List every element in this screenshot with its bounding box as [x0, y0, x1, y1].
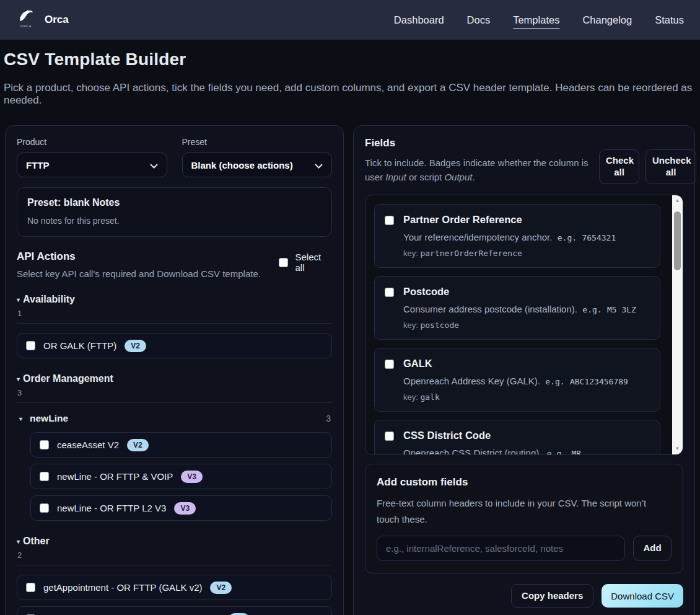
- caret-down-icon: ▾: [17, 296, 20, 303]
- select-all-checkbox[interactable]: [279, 258, 288, 267]
- subgroup-newline-count: 3: [326, 414, 331, 423]
- logo-caption: ORCA: [20, 24, 32, 28]
- action-label: newLine - OR FTTP L2 V3: [57, 503, 166, 513]
- action-checkbox[interactable]: [40, 440, 49, 449]
- group-availability-name: Availability: [23, 294, 75, 305]
- action-ceaseasset-v2[interactable]: ceaseAsset V2 V2: [30, 432, 332, 458]
- navbar: ORCA Orca Dashboard Docs Templates Chang…: [0, 0, 700, 40]
- nav-item-templates[interactable]: Templates: [513, 14, 559, 26]
- action-checkbox[interactable]: [26, 341, 35, 350]
- action-or-galk-fttp[interactable]: OR GALK (FTTP) V2: [17, 333, 332, 358]
- scroll-down-icon[interactable]: ▼: [675, 443, 680, 454]
- field-eg-label: e.g.: [582, 305, 602, 314]
- preset-notes-box: Preset: blank Notes No notes for this pr…: [17, 187, 332, 237]
- group-order-management-count: 3: [17, 388, 332, 397]
- action-label: getAppointment - OR FTTP (GALK v2): [43, 582, 202, 593]
- fields-subtitle-input-word: Input: [385, 172, 406, 182]
- action-reserveappointment[interactable]: reserveAppointment - OR FTTP (GALK v2) V…: [17, 606, 332, 615]
- scrollbar-thumb[interactable]: [674, 211, 681, 270]
- field-card-postcode: Postcode Consumer address postcode (inst…: [374, 276, 660, 340]
- field-eg-label: e.g.: [547, 449, 566, 455]
- copy-headers-button[interactable]: Copy headers: [511, 584, 593, 608]
- product-field: Product FTTP: [17, 137, 167, 177]
- divider: [17, 402, 332, 403]
- field-description: Openreach CSS District (routing).: [403, 448, 541, 455]
- field-key: partnerOrderReference: [420, 249, 522, 258]
- action-getappointment[interactable]: getAppointment - OR FTTP (GALK v2) V2: [17, 575, 332, 600]
- field-checkbox[interactable]: [385, 288, 394, 297]
- nav-item-dashboard[interactable]: Dashboard: [394, 14, 444, 26]
- group-other-toggle[interactable]: ▾ Other: [17, 536, 332, 547]
- group-availability-toggle[interactable]: ▾ Availability: [17, 294, 332, 305]
- version-badge: V2: [229, 613, 250, 615]
- action-label: ceaseAsset V2: [57, 440, 119, 450]
- product-select[interactable]: FTTP: [17, 153, 167, 177]
- action-checkbox[interactable]: [26, 583, 35, 592]
- nav-item-changelog[interactable]: Changelog: [582, 14, 632, 26]
- fields-subtitle: Tick to include. Badges indicate whether…: [365, 156, 599, 185]
- add-button[interactable]: Add: [633, 536, 672, 561]
- group-other: ▾ Other 2 getAppointment - OR FTTP (GALK…: [17, 536, 332, 615]
- nav-item-docs[interactable]: Docs: [467, 14, 491, 26]
- field-card-css-district-code: CSS District Code Openreach CSS District…: [374, 420, 660, 455]
- field-eg-label: e.g.: [558, 233, 577, 242]
- api-actions-subtitle: Select key API call's required and Downl…: [17, 268, 279, 279]
- field-description: Your reference/idempotency anchor.: [403, 232, 552, 242]
- download-csv-button[interactable]: Download CSV: [602, 584, 683, 608]
- api-actions-header: API Actions Select key API call's requir…: [17, 250, 332, 279]
- orca-logo-icon: ORCA: [16, 9, 36, 31]
- custom-field-input[interactable]: [377, 536, 625, 561]
- group-order-management-name: Order Management: [23, 373, 113, 384]
- group-order-management-toggle[interactable]: ▾ Order Management: [17, 373, 332, 384]
- action-newline-fttp-l2-v3[interactable]: newLine - OR FTTP L2 V3 V3: [30, 495, 332, 521]
- fields-subtitle-text: or script: [406, 172, 445, 182]
- subgroup-newline-header[interactable]: ▾ newLine 3: [17, 413, 332, 424]
- field-eg-label: e.g.: [545, 377, 564, 386]
- field-checkbox[interactable]: [385, 431, 394, 441]
- field-example: M5 3LZ: [607, 305, 636, 314]
- version-badge: V2: [125, 340, 146, 352]
- nav-item-status[interactable]: Status: [655, 14, 684, 26]
- brand[interactable]: ORCA Orca: [16, 9, 69, 31]
- fields-panel: Fields Tick to include. Badges indicate …: [353, 125, 695, 615]
- group-other-count: 2: [17, 551, 332, 560]
- custom-fields-box: Add custom fields Free-text column heade…: [365, 464, 683, 574]
- fields-scrollbar[interactable]: ▲ ▼: [672, 195, 683, 454]
- page-header: CSV Template Builder Pick a product, cho…: [0, 40, 700, 107]
- action-checkbox[interactable]: [40, 503, 49, 513]
- caret-down-icon: ▾: [17, 538, 20, 545]
- fields-subtitle-output-word: Output: [444, 172, 472, 182]
- version-badge: V3: [181, 471, 203, 483]
- uncheck-all-button[interactable]: Uncheck all: [645, 149, 696, 184]
- divider: [17, 565, 332, 565]
- panel-footer: Copy headers Download CSV: [365, 584, 683, 608]
- action-label: newLine - OR FTTP & VOIP: [57, 471, 173, 482]
- divider: [17, 323, 332, 324]
- custom-fields-subtitle: Free-text column headers to include in y…: [377, 495, 654, 528]
- field-key: galk: [420, 392, 439, 402]
- main-columns: Product FTTP Preset Blank (choose action…: [0, 107, 700, 615]
- version-badge: V2: [210, 582, 232, 594]
- preset-notes-title: Preset: blank Notes: [27, 197, 322, 208]
- field-key-label: key:: [403, 392, 418, 402]
- caret-down-icon: ▾: [19, 415, 22, 422]
- api-actions-title: API Actions: [17, 250, 279, 263]
- field-checkbox[interactable]: [385, 216, 394, 225]
- field-description: Openreach Address Key (GALK).: [403, 376, 540, 386]
- action-checkbox[interactable]: [40, 472, 49, 481]
- field-checkbox[interactable]: [385, 360, 394, 369]
- check-all-button[interactable]: Check all: [599, 149, 639, 184]
- action-newline-fttp-voip[interactable]: newLine - OR FTTP & VOIP V3: [30, 464, 332, 489]
- field-example: 7654321: [582, 233, 616, 242]
- chevron-down-icon: [150, 160, 158, 170]
- scrollbar-track[interactable]: [672, 206, 683, 443]
- group-availability: ▾ Availability 1 OR GALK (FTTP) V2: [17, 294, 332, 358]
- subgroup-newline-name: newLine: [30, 413, 68, 424]
- preset-field: Preset Blank (choose actions): [182, 137, 333, 177]
- field-card-partner-order-reference: Partner Order Reference Your reference/i…: [374, 204, 660, 268]
- scroll-up-icon[interactable]: ▲: [675, 195, 680, 206]
- product-label: Product: [17, 137, 167, 147]
- preset-select[interactable]: Blank (choose actions): [182, 153, 333, 177]
- field-name: CSS District Code: [403, 430, 581, 441]
- field-name: GALK: [403, 358, 628, 369]
